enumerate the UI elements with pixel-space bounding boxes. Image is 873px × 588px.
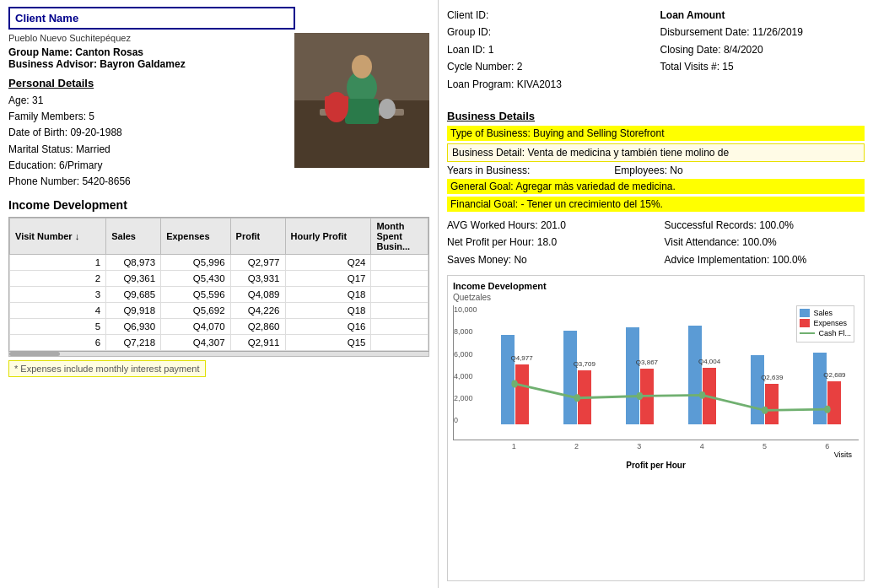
advice-line: Advice Implementation: 100.0% — [665, 251, 865, 268]
cell-sales: Q9,918 — [106, 303, 161, 319]
loan-info-section: Client ID: Group ID: Loan ID: 1 Cycle Nu… — [447, 7, 865, 93]
bars-pair: Q3,867 — [626, 327, 654, 424]
legend-expenses-label: Expenses — [813, 319, 847, 327]
cell-hourly: Q17 — [285, 271, 371, 287]
location-text: Pueblo Nuevo Suchitepéquez — [8, 33, 288, 43]
biz-type-label: Type of Business: — [450, 127, 531, 139]
cell-visit: 1 — [10, 255, 106, 271]
cell-profit: Q4,089 — [230, 287, 285, 303]
chart-container: Income Development Quetzales 0 2,000 4,0… — [447, 275, 865, 581]
group-info: Group Name: Canton Rosas Business Adviso… — [8, 46, 288, 70]
bar-blue — [563, 331, 577, 424]
cell-profit: Q2,911 — [230, 335, 285, 351]
attendance-label: Visit Attendance: — [665, 236, 740, 248]
bars-pair: Q2,689 — [813, 353, 841, 424]
svg-point-8 — [379, 99, 396, 119]
loan-info-left: Client ID: Group ID: Loan ID: 1 Cycle Nu… — [447, 7, 652, 93]
bar-group: Q3,709 — [546, 305, 608, 424]
legend-sales: Sales — [800, 309, 851, 317]
goal-highlight: General Goal: Agregar màs variedad de me… — [447, 179, 865, 194]
employees-value: No — [670, 165, 682, 176]
cell-profit: Q2,860 — [230, 319, 285, 335]
bar-red: Q3,709 — [578, 370, 591, 424]
disbursement-value: 11/26/2019 — [752, 26, 803, 38]
group-name-label: Group Name: — [8, 46, 73, 58]
cell-expenses: Q4,070 — [161, 319, 230, 335]
cycle-label: Cycle Number: — [447, 61, 514, 73]
cycle-line: Cycle Number: 2 — [447, 58, 652, 75]
cell-hourly: Q24 — [285, 255, 371, 271]
x-axis-labels: 123456 — [453, 442, 859, 450]
cashflow-bar-label: Q4,977 — [510, 354, 532, 362]
fin-goal-highlight: Financial Goal: - Tener un crecimiento d… — [447, 197, 865, 212]
business-details-section: Business Details Type of Business: Buyin… — [447, 103, 865, 270]
biz-detail-value: Venta de medicina y también tiene molino… — [527, 147, 729, 159]
attendance-value: 100.0% — [742, 236, 777, 248]
table-row: 3 Q9,685 Q5,596 Q4,089 Q18 — [10, 287, 428, 303]
svg-point-4 — [352, 55, 372, 78]
phone-label: Phone Number: — [8, 175, 79, 187]
chart-wrapper: 0 2,000 4,000 6,000 8,000 10,000 Q4,977Q… — [453, 305, 859, 459]
bar-blue — [813, 353, 827, 424]
bar-red: Q2,689 — [827, 381, 841, 424]
cell-visit: 3 — [10, 287, 106, 303]
horizontal-scrollbar[interactable] — [8, 352, 429, 357]
education-line: Education: 6/Primary — [8, 158, 288, 174]
y-tick-6000: 6,000 — [454, 350, 481, 359]
table-row: 1 Q8,973 Q5,996 Q2,977 Q24 — [10, 255, 428, 271]
bar-group: Q4,004 — [671, 305, 734, 424]
cashflow-bar-label: Q4,004 — [698, 358, 720, 365]
y-tick-8000: 8,000 — [454, 327, 481, 336]
x-axis-tick: 6 — [796, 442, 859, 450]
bar-blue — [501, 335, 515, 424]
client-name-label: Client Name — [15, 12, 78, 24]
svg-rect-7 — [325, 96, 348, 109]
income-table-container[interactable]: Visit Number ↓ Sales Expenses Profit Hou… — [8, 217, 429, 352]
legend-cashflow-line — [800, 332, 815, 334]
legend-expenses-color — [800, 319, 810, 327]
successful-value: 100.0% — [759, 219, 794, 231]
successful-line: Successful Records: 100.0% — [665, 217, 865, 234]
legend-cashflow: Cash Fl... — [800, 329, 851, 337]
program-label: Loan Program: — [447, 78, 514, 90]
advice-value: 100.0% — [773, 254, 807, 266]
chart-title: Income Development — [453, 281, 859, 291]
group-name-value: Canton Rosas — [75, 46, 143, 58]
biz-detail-text: Business Detail: Venta de medicina y tam… — [447, 143, 865, 162]
table-row: 2 Q9,361 Q5,430 Q3,931 Q17 — [10, 271, 428, 287]
total-visits-line: Total Visits #: 15 — [660, 58, 865, 75]
group-name-line: Group Name: Canton Rosas — [8, 46, 288, 58]
total-visits-value: 15 — [722, 61, 733, 73]
client-id-label: Client ID: — [447, 9, 488, 21]
cell-sales: Q7,218 — [106, 335, 161, 351]
cell-months — [371, 303, 428, 319]
cell-hourly: Q18 — [285, 287, 371, 303]
x-axis-tick: 1 — [482, 442, 545, 450]
avg-hours-label: AVG Worked Hours: — [447, 219, 538, 231]
years-label: Years in Business: — [447, 165, 530, 176]
cell-expenses: Q5,430 — [161, 271, 230, 287]
biz-type-highlight: Type of Business: Buying and Selling Sto… — [447, 126, 865, 141]
net-profit-label: Net Profit per Hour: — [447, 236, 534, 248]
cell-sales: Q8,973 — [106, 255, 161, 271]
cell-profit: Q3,931 — [230, 271, 285, 287]
left-panel: Client Name Pueblo Nuevo Suchitepéquez G… — [0, 0, 439, 588]
col-months: MonthSpentBusin... — [371, 218, 428, 255]
dob-value: 09-20-1988 — [70, 127, 121, 138]
cell-visit: 5 — [10, 319, 106, 335]
goal-value: Agregar màs variedad de medicina. — [515, 181, 675, 192]
bars-pair: Q3,709 — [563, 331, 591, 424]
program-value: KIVA2013 — [517, 78, 562, 90]
x-axis-tick: 2 — [545, 442, 607, 450]
group-id-label: Group ID: — [447, 26, 491, 38]
group-id-line: Group ID: — [447, 24, 652, 40]
family-value: 5 — [89, 111, 94, 122]
bar-group: Q2,639 — [734, 305, 796, 424]
cell-visit: 4 — [10, 303, 106, 319]
cell-profit: Q2,977 — [230, 255, 285, 271]
biz-detail-label: Business Detail: — [452, 147, 525, 159]
phone-value: 5420-8656 — [82, 175, 130, 187]
closing-line: Closing Date: 8/4/2020 — [660, 41, 865, 58]
attendance-line: Visit Attendance: 100.0% — [665, 234, 865, 251]
cell-sales: Q9,361 — [106, 271, 161, 287]
